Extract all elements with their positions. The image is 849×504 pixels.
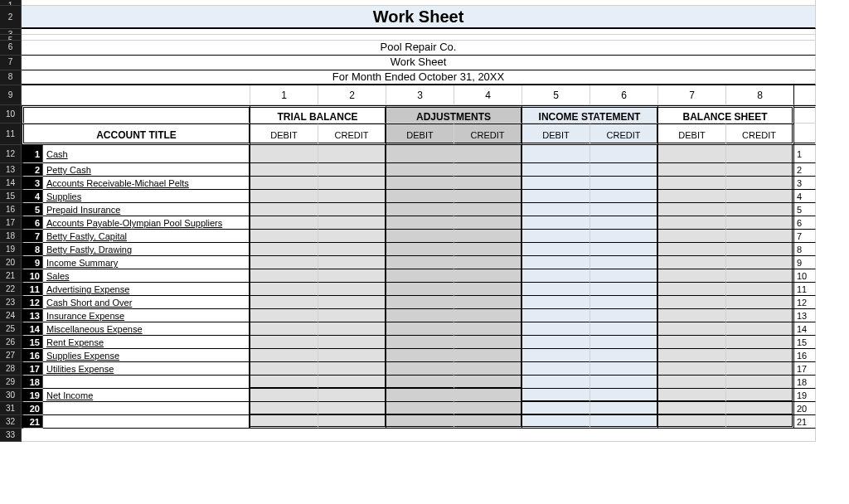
data-cell[interactable] [726, 256, 794, 269]
data-cell[interactable] [386, 296, 454, 309]
data-cell[interactable] [250, 296, 318, 309]
data-cell[interactable] [318, 145, 386, 163]
data-cell[interactable] [590, 190, 658, 203]
data-cell[interactable] [386, 243, 454, 256]
account-title[interactable]: Cash Short and Over [43, 296, 250, 309]
data-cell[interactable] [726, 415, 794, 429]
data-cell[interactable] [386, 230, 454, 243]
data-cell[interactable] [454, 145, 522, 163]
account-title[interactable]: Miscellaneous Expense [43, 322, 250, 336]
data-cell[interactable] [590, 283, 658, 296]
data-cell[interactable] [386, 256, 454, 269]
account-title[interactable]: Net Income [43, 389, 250, 402]
data-cell[interactable] [590, 402, 658, 415]
data-cell[interactable] [454, 283, 522, 296]
data-cell[interactable] [386, 349, 454, 362]
data-cell[interactable] [250, 283, 318, 296]
data-cell[interactable] [658, 336, 726, 349]
data-cell[interactable] [318, 296, 386, 309]
data-cell[interactable] [658, 283, 726, 296]
data-cell[interactable] [726, 309, 794, 322]
data-cell[interactable] [522, 216, 590, 230]
data-cell[interactable] [454, 376, 522, 389]
data-cell[interactable] [454, 203, 522, 216]
data-cell[interactable] [454, 389, 522, 402]
account-title[interactable]: Accounts Receivable-Michael Pelts [43, 177, 250, 190]
data-cell[interactable] [318, 322, 386, 336]
data-cell[interactable] [726, 203, 794, 216]
data-cell[interactable] [522, 322, 590, 336]
account-title[interactable]: Rent Expense [43, 336, 250, 349]
data-cell[interactable] [590, 296, 658, 309]
data-cell[interactable] [658, 269, 726, 283]
data-cell[interactable] [658, 145, 726, 163]
data-cell[interactable] [522, 296, 590, 309]
data-cell[interactable] [726, 362, 794, 376]
data-cell[interactable] [658, 322, 726, 336]
data-cell[interactable] [250, 216, 318, 230]
data-cell[interactable] [590, 349, 658, 362]
data-cell[interactable] [250, 336, 318, 349]
data-cell[interactable] [590, 336, 658, 349]
data-cell[interactable] [250, 269, 318, 283]
data-cell[interactable] [318, 309, 386, 322]
data-cell[interactable] [386, 216, 454, 230]
data-cell[interactable] [658, 415, 726, 429]
data-cell[interactable] [250, 145, 318, 163]
account-title[interactable]: Accounts Payable-Olympian Pool Suppliers [43, 216, 250, 230]
data-cell[interactable] [658, 389, 726, 402]
data-cell[interactable] [590, 163, 658, 177]
account-title[interactable] [43, 376, 250, 389]
account-title[interactable]: Income Summary [43, 256, 250, 269]
account-title[interactable] [43, 415, 250, 429]
data-cell[interactable] [386, 309, 454, 322]
data-cell[interactable] [318, 415, 386, 429]
data-cell[interactable] [590, 216, 658, 230]
data-cell[interactable] [658, 203, 726, 216]
data-cell[interactable] [454, 256, 522, 269]
data-cell[interactable] [726, 336, 794, 349]
account-title[interactable]: Betty Fastly, Capital [43, 230, 250, 243]
account-title[interactable]: Supplies [43, 190, 250, 203]
account-title[interactable]: Prepaid Insurance [43, 203, 250, 216]
data-cell[interactable] [318, 376, 386, 389]
data-cell[interactable] [318, 203, 386, 216]
data-cell[interactable] [726, 389, 794, 402]
data-cell[interactable] [522, 283, 590, 296]
data-cell[interactable] [590, 256, 658, 269]
data-cell[interactable] [726, 283, 794, 296]
data-cell[interactable] [522, 256, 590, 269]
data-cell[interactable] [658, 349, 726, 362]
data-cell[interactable] [454, 216, 522, 230]
data-cell[interactable] [454, 402, 522, 415]
account-title[interactable]: Cash [43, 145, 250, 163]
data-cell[interactable] [522, 362, 590, 376]
data-cell[interactable] [454, 190, 522, 203]
data-cell[interactable] [454, 349, 522, 362]
data-cell[interactable] [590, 415, 658, 429]
data-cell[interactable] [522, 269, 590, 283]
data-cell[interactable] [590, 243, 658, 256]
data-cell[interactable] [590, 376, 658, 389]
data-cell[interactable] [454, 230, 522, 243]
data-cell[interactable] [658, 230, 726, 243]
data-cell[interactable] [454, 322, 522, 336]
data-cell[interactable] [590, 309, 658, 322]
data-cell[interactable] [590, 362, 658, 376]
data-cell[interactable] [658, 376, 726, 389]
data-cell[interactable] [454, 415, 522, 429]
data-cell[interactable] [454, 362, 522, 376]
data-cell[interactable] [386, 269, 454, 283]
data-cell[interactable] [522, 376, 590, 389]
data-cell[interactable] [658, 243, 726, 256]
account-title[interactable]: Sales [43, 269, 250, 283]
data-cell[interactable] [726, 190, 794, 203]
data-cell[interactable] [658, 163, 726, 177]
data-cell[interactable] [386, 163, 454, 177]
data-cell[interactable] [250, 256, 318, 269]
data-cell[interactable] [250, 362, 318, 376]
data-cell[interactable] [726, 230, 794, 243]
data-cell[interactable] [590, 269, 658, 283]
data-cell[interactable] [726, 349, 794, 362]
data-cell[interactable] [726, 296, 794, 309]
